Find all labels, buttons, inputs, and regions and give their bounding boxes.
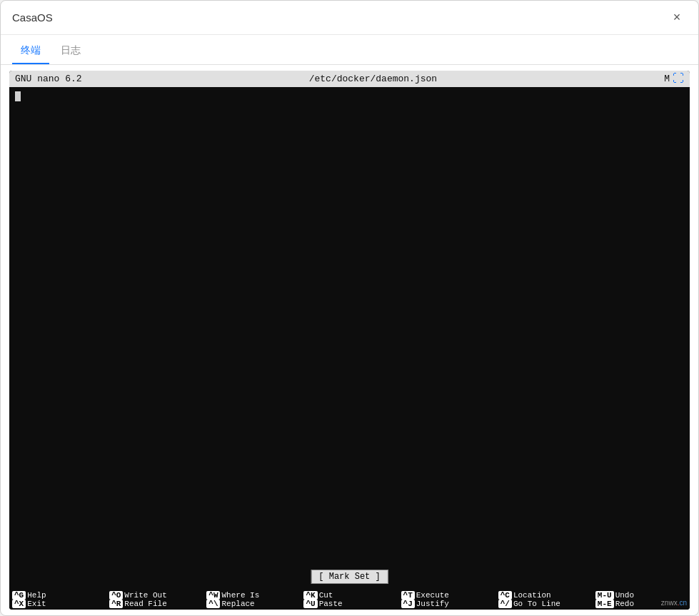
- key-justify: ^J: [401, 600, 415, 608]
- key-redo: M-E: [595, 600, 614, 608]
- window-title: CasaOS: [12, 11, 53, 24]
- key-paste: ^U: [303, 600, 317, 608]
- label-writeout: Write Out: [124, 591, 166, 600]
- tabs-bar: 终端 日志: [1, 35, 698, 65]
- shortcut-group-location: ^C Location ^/ Go To Line: [496, 590, 593, 610]
- terminal-cursor: [15, 91, 21, 101]
- watermark-black: znwx: [661, 599, 678, 607]
- statusbar-container: [ Mark Set ] ^G Help ^X Exit: [9, 590, 690, 610]
- shortcut-readfile[interactable]: ^R Read File: [109, 600, 201, 608]
- app-window: CasaOS × 终端 日志 GNU nano 6.2 /etc/docker/…: [0, 0, 699, 616]
- shortcut-row: ^G Help ^X Exit ^O Write Out: [9, 590, 690, 610]
- label-undo: Undo: [615, 591, 634, 600]
- label-redo: Redo: [615, 600, 634, 608]
- key-undo: M-U: [595, 591, 614, 600]
- shortcut-group-execute: ^T Execute ^J Justify: [398, 590, 496, 610]
- shortcut-exit[interactable]: ^X Exit: [12, 600, 104, 608]
- label-readfile: Read File: [124, 600, 166, 608]
- shortcut-group-cut: ^K Cut ^U Paste: [301, 590, 398, 610]
- nano-filename: /etc/docker/daemon.json: [82, 74, 665, 84]
- key-exit: ^X: [12, 600, 26, 608]
- shortcut-group-search: ^W Where Is ^\ Replace: [203, 590, 301, 610]
- shortcut-bar: ^G Help ^X Exit ^O Write Out: [9, 590, 690, 610]
- mark-set-popup: [ Mark Set ]: [311, 570, 388, 584]
- key-location: ^C: [498, 591, 512, 600]
- label-exit: Exit: [27, 600, 46, 608]
- key-gotoline: ^/: [498, 600, 512, 608]
- shortcut-group-help: ^G Help ^X Exit: [9, 590, 106, 610]
- key-whereis: ^W: [206, 591, 220, 600]
- nano-flags: M ⛶: [664, 72, 684, 86]
- shortcut-execute[interactable]: ^T Execute: [401, 591, 493, 600]
- titlebar: CasaOS ×: [1, 1, 698, 35]
- key-help: ^G: [12, 591, 26, 600]
- shortcut-cut[interactable]: ^K Cut: [303, 591, 395, 600]
- shortcut-whereis[interactable]: ^W Where Is: [206, 591, 298, 600]
- tab-terminal[interactable]: 终端: [12, 39, 49, 64]
- label-whereis: Where Is: [221, 591, 259, 600]
- label-execute: Execute: [416, 591, 449, 600]
- nano-header: GNU nano 6.2 /etc/docker/daemon.json M ⛶: [9, 71, 690, 87]
- shortcut-gotoline[interactable]: ^/ Go To Line: [498, 600, 590, 608]
- label-justify: Justify: [416, 600, 449, 608]
- shortcut-replace[interactable]: ^\ Replace: [206, 600, 298, 608]
- expand-icon[interactable]: ⛶: [673, 72, 684, 86]
- shortcut-justify[interactable]: ^J Justify: [401, 600, 493, 608]
- watermark-cn: cn: [679, 599, 687, 607]
- tab-logs[interactable]: 日志: [52, 39, 89, 64]
- terminal-wrapper: GNU nano 6.2 /etc/docker/daemon.json M ⛶…: [9, 71, 690, 610]
- shortcut-paste[interactable]: ^U Paste: [303, 600, 395, 608]
- label-location: Location: [513, 591, 551, 600]
- label-cut: Cut: [319, 591, 333, 600]
- close-button[interactable]: ×: [667, 8, 687, 28]
- label-help: Help: [27, 591, 46, 600]
- key-replace: ^\: [206, 600, 220, 608]
- watermark: znwx.cn: [661, 599, 687, 607]
- shortcut-writeout[interactable]: ^O Write Out: [109, 591, 201, 600]
- nano-app-name: GNU nano 6.2: [15, 74, 82, 84]
- label-replace: Replace: [221, 600, 254, 608]
- key-writeout: ^O: [109, 591, 123, 600]
- label-paste: Paste: [319, 600, 343, 608]
- shortcut-location[interactable]: ^C Location: [498, 591, 590, 600]
- key-readfile: ^R: [109, 600, 123, 608]
- key-cut: ^K: [303, 591, 317, 600]
- terminal-body[interactable]: [9, 87, 690, 590]
- label-gotoline: Go To Line: [513, 600, 560, 608]
- key-execute: ^T: [401, 591, 415, 600]
- shortcut-group-write: ^O Write Out ^R Read File: [106, 590, 203, 610]
- shortcut-help[interactable]: ^G Help: [12, 591, 104, 600]
- nano-modified-flag: M: [664, 74, 670, 84]
